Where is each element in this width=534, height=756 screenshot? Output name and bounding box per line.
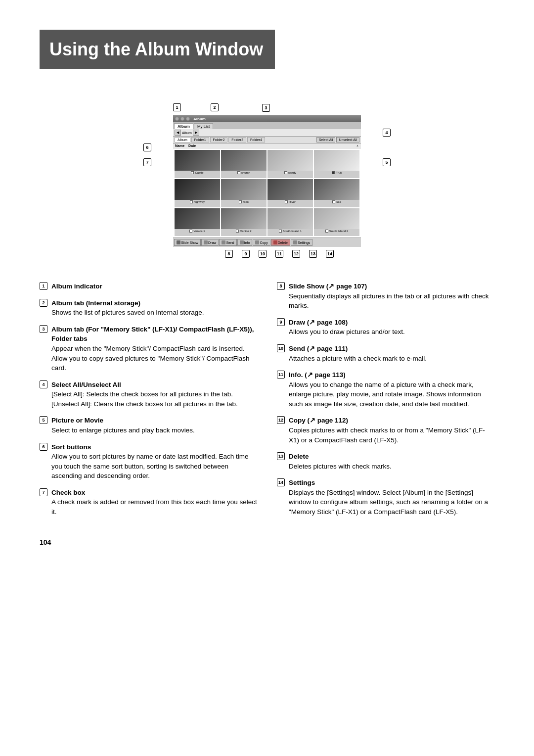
photo-thumb-roco	[221, 179, 267, 200]
desc-callout-7: 7	[40, 488, 47, 496]
item-body-11: Allows you to change the name of a pictu…	[289, 381, 481, 408]
photo-label-si1: South Island 1	[278, 229, 302, 233]
item-body-12: Copies pictures with check marks to or f…	[289, 426, 485, 444]
item-title-5: Picture or Movie	[51, 417, 103, 424]
slideshow-btn[interactable]: Slide Show	[174, 239, 201, 246]
folder-tab-2[interactable]: Folder2	[210, 137, 228, 142]
photo-check-si1	[279, 230, 282, 233]
callout-6: 6	[143, 143, 151, 151]
photo-check-sea	[332, 200, 335, 203]
copy-btn[interactable]: Copy	[253, 239, 270, 246]
tab-mylist[interactable]: My List	[194, 123, 213, 129]
toolbar-next[interactable]: ▶	[193, 130, 199, 136]
delete-btn[interactable]: Delete	[271, 239, 290, 246]
toolbar-prev[interactable]: ◀	[175, 130, 181, 136]
callout-13-b: 13	[309, 250, 317, 258]
folder-tab-album[interactable]: Album	[175, 137, 190, 142]
item-title-14: Settings	[289, 479, 315, 486]
callout-3-pos: 3	[262, 103, 270, 112]
diagram-inner: 1 2 3 4 6 7 5 Album	[143, 103, 391, 258]
folder-tab-1[interactable]: Folder1	[191, 137, 209, 142]
delete-icon	[273, 240, 277, 244]
window-titlebar: Album	[173, 115, 361, 122]
window-footer: Slide Show Draw Send Info Copy Delete	[173, 237, 361, 247]
draw-btn[interactable]: Draw	[201, 239, 219, 246]
desc-content-9: Draw (↗ page 108) Allows you to draw pic…	[289, 318, 494, 337]
photo-cell-si1[interactable]: South Island 1	[267, 208, 313, 236]
desc-content-13: Delete Deletes pictures with check marks…	[289, 452, 494, 471]
photo-cell-river[interactable]: River	[267, 179, 313, 207]
desc-content-4: Select All/Unselect All [Select All]: Se…	[51, 380, 257, 409]
item-body-7: A check mark is added or removed from th…	[51, 498, 257, 516]
photo-label-church: church	[237, 171, 251, 175]
photo-grid: Castle church candy	[173, 148, 361, 237]
window-tabs: Album My List	[173, 122, 361, 129]
photo-cell-castle[interactable]: Castle	[175, 150, 220, 178]
item-body-3: Appear when the "Memory Stick"/ CompactF…	[51, 345, 250, 372]
photo-label-highway: highway	[189, 200, 205, 204]
desc-callout-1: 1	[40, 282, 47, 290]
callout-2: 2	[211, 103, 219, 111]
description-section: 1 Album indicator 2 Album tab (Internal …	[40, 282, 494, 523]
item-title-4: Select All/Unselect All	[51, 381, 121, 388]
send-icon	[222, 240, 225, 244]
desc-item-6: 6 Sort buttons Allow you to sort picture…	[40, 442, 257, 481]
copy-icon	[255, 240, 259, 244]
photo-label-fruit: Fruit	[331, 171, 342, 175]
sort-name-btn[interactable]: Name	[175, 144, 184, 147]
photo-cell-venice1[interactable]: Venice 1	[175, 208, 220, 236]
callout-14-b: 14	[326, 250, 334, 258]
photo-check-castle	[191, 171, 194, 174]
sort-date-btn[interactable]: Date	[188, 144, 196, 147]
item-title-3: Album tab (For "Memory Stick" (LF-X1)/ C…	[51, 326, 254, 343]
item-body-6: Allow you to sort pictures by name or da…	[51, 453, 248, 479]
title-block: Using the Album Window	[40, 30, 275, 69]
photo-cell-fruit[interactable]: Fruit	[314, 150, 359, 178]
folder-tab-3[interactable]: Folder3	[228, 137, 246, 142]
photo-thumb-si2	[314, 208, 359, 229]
sort-row: Name Date ▲	[173, 143, 361, 148]
select-btns: Select All Unselect All	[316, 137, 359, 142]
photo-thumb-candy	[267, 150, 313, 171]
item-title-2: Album tab (Internal storage)	[51, 299, 140, 307]
photo-cell-si2[interactable]: South Island 2	[314, 208, 359, 236]
sort-indicator: ▲	[356, 144, 359, 147]
callout-1: 1	[173, 103, 181, 111]
photo-cell-venice2[interactable]: Venice 2	[221, 208, 267, 236]
item-title-11: Info. (↗ page 113)	[289, 371, 346, 378]
item-title-1: Album indicator	[51, 283, 102, 290]
photo-cell-church[interactable]: church	[221, 150, 267, 178]
desc-right-col: 8 Slide Show (↗ page 107) Sequentially d…	[277, 282, 494, 523]
item-body-13: Deletes pictures with check marks.	[289, 463, 392, 470]
callout-6-pos: 6	[143, 143, 151, 151]
photo-cell-highway[interactable]: highway	[175, 179, 220, 207]
photo-check-highway	[190, 200, 193, 203]
photo-cell-roco[interactable]: roco	[221, 179, 267, 207]
photo-cell-sea[interactable]: sea	[314, 179, 359, 207]
info-btn[interactable]: Info	[237, 239, 253, 246]
bottom-callouts: 8 9 10 11 12 13 14	[168, 250, 391, 258]
folder-tab-4[interactable]: Folder4	[247, 137, 265, 142]
tab-album[interactable]: Album	[174, 123, 193, 129]
desc-content-5: Picture or Movie Select to enlarge pictu…	[51, 416, 257, 435]
send-btn[interactable]: Send	[219, 239, 236, 246]
draw-icon	[204, 240, 208, 244]
photo-label-v1: Venice 1	[189, 229, 205, 233]
desc-content-12: Copy (↗ page 112) Copies pictures with c…	[289, 416, 494, 445]
item-body-14: Displays the [Settings] window. Select […	[289, 489, 488, 516]
item-title-12: Copy (↗ page 112)	[289, 417, 348, 424]
desc-callout-6: 6	[40, 443, 47, 451]
settings-btn[interactable]: Settings	[291, 239, 312, 246]
album-window: Album Album My List ◀ Album ▶ Album Fold…	[173, 115, 361, 247]
photo-thumb-highway	[175, 179, 220, 200]
item-title-7: Check box	[51, 489, 85, 496]
callout-12-b: 12	[292, 250, 300, 258]
titlebar-btn-3	[186, 117, 190, 121]
photo-cell-candy[interactable]: candy	[267, 150, 313, 178]
unselect-all-btn[interactable]: Unselect All	[336, 137, 359, 142]
select-all-btn[interactable]: Select All	[316, 137, 336, 142]
desc-callout-10: 10	[277, 344, 285, 352]
callout-10-b: 10	[259, 250, 267, 258]
item-body-9: Allows you to draw pictures and/or text.	[289, 328, 405, 335]
callout-9-b: 9	[242, 250, 250, 258]
